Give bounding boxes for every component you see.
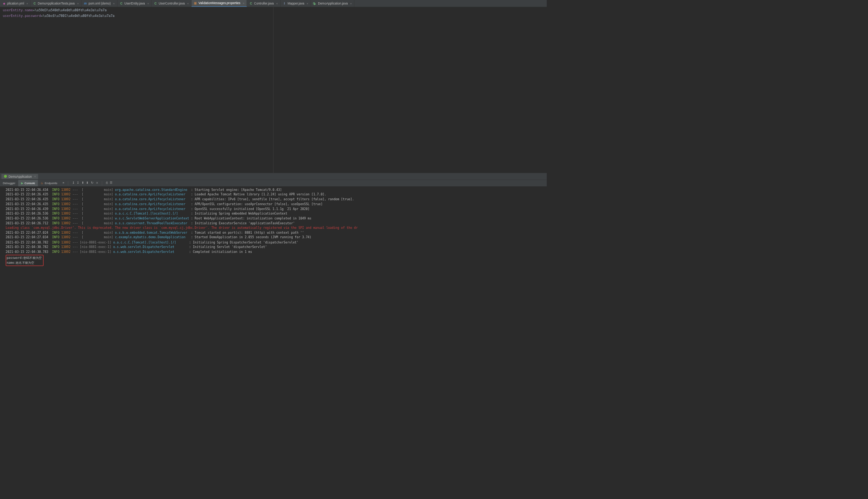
run-config-label: DemoApplication	[9, 175, 32, 178]
endpoints-tab[interactable]: ♨ Endpoints	[38, 180, 60, 186]
log-line: 2021-03-15 22:04:27.034 INFO 13892 --- […	[6, 235, 546, 240]
console-tab[interactable]: ▶ Console	[18, 180, 38, 186]
tab-label: ValidationMessages.properties	[198, 2, 240, 5]
editor-tab[interactable]: CUserEntity.java×	[117, 0, 151, 7]
log-line: 2021-03-15 22:04:26.712 INFO 13892 --- […	[6, 221, 546, 226]
class-icon: C	[120, 2, 123, 5]
log-line: 2021-03-15 22:04:30.782 INFO 13892 --- […	[6, 240, 546, 245]
editor-tab[interactable]: ◆plication.yml×	[0, 0, 31, 7]
log-line: 2021-03-15 22:04:26.435 INFO 13892 --- […	[6, 197, 546, 202]
editor-area: userEntity.name=\u59d3\u540d\u4e0d\u80fd…	[0, 7, 547, 173]
editor-tab[interactable]: IMapper.java×	[280, 0, 311, 7]
refresh-icon[interactable]: ↻	[91, 181, 93, 185]
svg-point-0	[4, 175, 7, 178]
export-icon[interactable]: ⬆	[82, 181, 84, 185]
log-line: 2021-03-15 22:04:30.782 INFO 13892 --- […	[6, 245, 546, 250]
wrap-icon[interactable]: ⎙	[106, 181, 107, 185]
highlight-line: password:密码不能为空	[7, 256, 42, 260]
editor-tab[interactable]: CDemoApplicationTests.java×	[31, 0, 82, 7]
down-stack-icon[interactable]: ↧	[77, 181, 79, 185]
log-line: 2021-03-15 22:04:26.435 INFO 13892 --- […	[6, 192, 546, 197]
tab-label: Mapper.java	[287, 2, 304, 5]
clear-icon[interactable]: ⤫	[96, 181, 98, 185]
code-line[interactable]: userEntity.name=\u59d3\u540d\u4e0d\u80fd…	[0, 7, 273, 13]
spring-boot-icon	[4, 175, 7, 178]
scroll-icon[interactable]: ☰	[110, 181, 112, 185]
play-icon: ▶	[21, 181, 23, 185]
log-line: 2021-03-15 22:04:26.434 INFO 13892 --- […	[6, 188, 546, 192]
log-line: 2021-03-15 22:04:26.536 INFO 13892 --- […	[6, 211, 546, 216]
interface-icon: I	[283, 2, 286, 5]
tab-label: DemoApplicationTests.java	[38, 2, 75, 5]
class-icon: C	[154, 2, 157, 5]
tab-label: plication.yml	[7, 2, 24, 5]
close-icon[interactable]: ×	[187, 2, 189, 5]
close-icon[interactable]: ×	[77, 2, 79, 5]
tab-label: Controller.java	[254, 2, 274, 5]
runnable-class-icon: C	[313, 2, 317, 5]
close-icon[interactable]: ×	[350, 2, 352, 5]
import-icon[interactable]: ⬇	[86, 181, 88, 185]
close-icon[interactable]: ×	[147, 2, 149, 5]
close-icon[interactable]: ×	[276, 2, 278, 5]
tab-label: DemoApplication.java	[318, 2, 348, 5]
filter-icon[interactable]: ≡	[62, 181, 64, 185]
class-icon: C	[250, 2, 253, 5]
close-icon[interactable]: ×	[113, 2, 115, 5]
close-icon[interactable]: ×	[26, 2, 28, 5]
class-icon: C	[33, 2, 36, 5]
maven-icon: m	[84, 2, 87, 5]
editor-tab[interactable]: ▦ValidationMessages.properties×	[191, 0, 247, 7]
close-icon[interactable]: ×	[307, 2, 308, 5]
tab-label: UserController.java	[159, 2, 185, 5]
editor-tab[interactable]: CDemoApplication.java×	[311, 0, 354, 7]
tool-window-tabs: Debugger ▶ Console ♨ Endpoints ≡ ↥ ↧ ⬆ ⬇…	[0, 180, 547, 187]
editor-tab[interactable]: CUserController.java×	[151, 0, 191, 7]
editor-pane-right[interactable]	[274, 7, 547, 173]
log-line: 2021-03-15 22:04:26.435 INFO 13892 --- […	[6, 202, 546, 207]
close-icon[interactable]: ×	[34, 175, 36, 178]
debugger-tab[interactable]: Debugger	[0, 180, 18, 186]
run-configurations-bar: DemoApplication ×	[0, 173, 547, 180]
console-output[interactable]: 2021-03-15 22:04:26.434 INFO 13892 --- […	[0, 186, 547, 267]
editor-tabs-bar: ◆plication.yml×CDemoApplicationTests.jav…	[0, 0, 547, 7]
console-toolbar: ≡ ↥ ↧ ⬆ ⬇ ↻ ⤫ ⎙ ☰	[60, 181, 115, 185]
log-warning-line: Loading class `com.mysql.jdbc.Driver'. T…	[6, 225, 546, 230]
fire-icon: ♨	[41, 181, 43, 185]
log-line: 2021-03-15 22:04:26.439 INFO 13892 --- […	[6, 207, 546, 212]
highlighted-output: password:密码不能为空name:姓名不能为空	[6, 255, 44, 266]
editor-pane-left[interactable]: userEntity.name=\u59d3\u540d\u4e0d\u80fd…	[0, 7, 274, 173]
log-line: 2021-03-15 22:04:27.024 INFO 13892 --- […	[6, 230, 546, 235]
code-line[interactable]: userEntity.password=\u5bc6\u7801\u4e0d\u…	[0, 13, 273, 19]
log-line: 2021-03-15 22:04:30.783 INFO 13892 --- […	[6, 250, 546, 254]
properties-icon: ▦	[194, 2, 197, 5]
editor-tab[interactable]: CController.java×	[247, 0, 280, 7]
tab-label: pom.xml (demo)	[88, 2, 110, 5]
yaml-icon: ◆	[2, 2, 6, 5]
close-icon[interactable]: ×	[243, 2, 244, 5]
tab-label: UserEntity.java	[124, 2, 145, 5]
run-config-tab[interactable]: DemoApplication ×	[2, 174, 38, 179]
up-stack-icon[interactable]: ↥	[72, 181, 74, 185]
editor-tab[interactable]: mpom.xml (demo)×	[81, 0, 117, 7]
highlight-line: name:姓名不能为空	[7, 260, 42, 265]
log-line: 2021-03-15 22:04:26.536 INFO 13892 --- […	[6, 216, 546, 221]
